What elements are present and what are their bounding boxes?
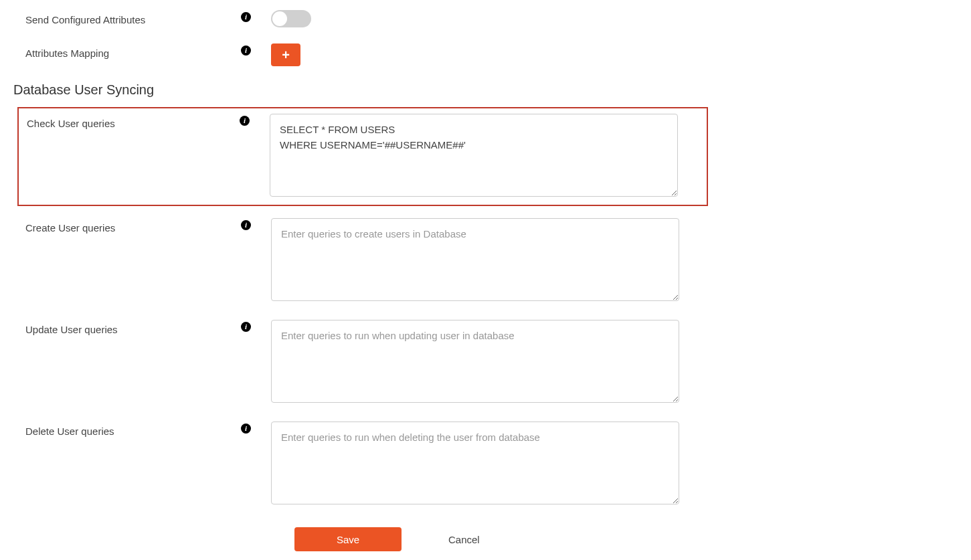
- create-user-textarea[interactable]: [271, 218, 679, 301]
- delete-user-textarea[interactable]: [271, 422, 679, 504]
- delete-user-label: Delete User queries: [25, 422, 114, 437]
- info-icon[interactable]: i: [241, 12, 251, 22]
- save-button[interactable]: Save: [294, 527, 402, 551]
- create-user-label: Create User queries: [25, 218, 115, 234]
- update-user-textarea[interactable]: [271, 320, 679, 403]
- info-icon[interactable]: i: [241, 220, 251, 230]
- cancel-button[interactable]: Cancel: [448, 534, 480, 545]
- send-configured-attributes-label: Send Configured Attributes: [25, 10, 145, 25]
- check-user-row: Check User queries i: [21, 114, 704, 199]
- add-attribute-mapping-button[interactable]: +: [271, 43, 300, 66]
- toggle-knob: [272, 11, 287, 26]
- attributes-mapping-label: Attributes Mapping: [25, 43, 109, 59]
- check-user-label: Check User queries: [27, 114, 115, 129]
- delete-user-row: Delete User queries i: [13, 422, 958, 507]
- check-user-highlight-box: Check User queries i: [17, 107, 708, 206]
- info-icon[interactable]: i: [241, 45, 251, 56]
- info-icon[interactable]: i: [241, 424, 251, 434]
- info-icon[interactable]: i: [240, 116, 250, 126]
- send-configured-attributes-toggle[interactable]: [271, 10, 311, 27]
- update-user-row: Update User queries i: [13, 320, 958, 405]
- database-user-syncing-heading: Database User Syncing: [13, 82, 958, 98]
- attributes-mapping-row: Attributes Mapping i +: [13, 43, 958, 66]
- send-configured-attributes-row: Send Configured Attributes i: [13, 10, 958, 27]
- button-row: Save Cancel: [13, 527, 958, 551]
- check-user-textarea[interactable]: [270, 114, 678, 197]
- plus-icon: +: [282, 48, 290, 63]
- update-user-label: Update User queries: [25, 320, 118, 335]
- create-user-row: Create User queries i: [13, 218, 958, 304]
- info-icon[interactable]: i: [241, 322, 251, 332]
